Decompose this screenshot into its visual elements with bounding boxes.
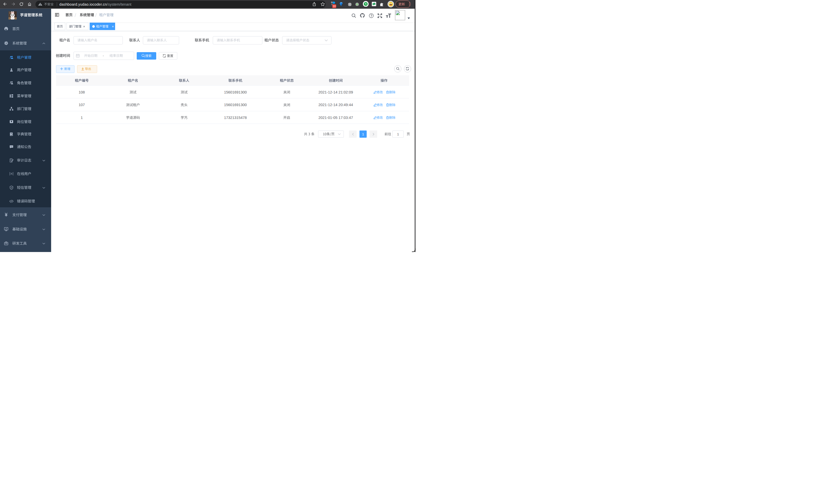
svg-text:10: 10 bbox=[333, 5, 336, 8]
